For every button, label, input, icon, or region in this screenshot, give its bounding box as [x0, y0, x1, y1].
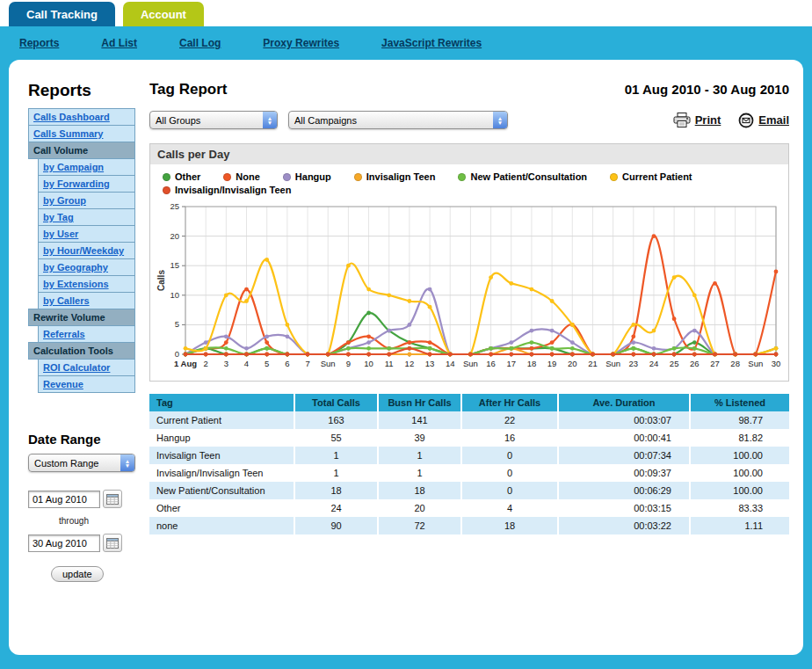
calls-per-day-panel: Calls per Day OtherNoneHangupInvisalign …: [149, 143, 789, 382]
date-range-heading: Date Range: [28, 432, 135, 447]
cell-busn-hr-calls: 18: [378, 482, 461, 499]
column-header-ave-duration: Ave. Duration: [558, 394, 690, 411]
sidebar-item-by-tag[interactable]: by Tag: [38, 208, 135, 226]
select-arrows-icon: ▲▼: [493, 112, 507, 128]
sidebar-item-by-callers[interactable]: by Callers: [38, 292, 135, 309]
nav-link-javascript-rewrites[interactable]: JavaScript Rewrites: [381, 37, 482, 49]
cell-busn-hr-calls: 141: [378, 411, 461, 429]
cell-total-calls: 55: [294, 429, 378, 447]
cell-tag: none: [149, 517, 294, 534]
sidebar-link-label: by Callers: [43, 295, 90, 306]
cell-ave-duration: 00:03:15: [558, 499, 690, 517]
table-row-new-patient-consultation: New Patient/Consultation1818000:06:29100…: [149, 482, 789, 499]
sidebar-item-by-hour-weekday[interactable]: by Hour/Weekday: [38, 242, 135, 259]
sidebar-item-calls-dashboard[interactable]: Calls Dashboard: [28, 108, 135, 126]
legend-dot: [458, 173, 466, 181]
cell-total-calls: 24: [294, 499, 378, 517]
svg-text:15: 15: [170, 260, 179, 270]
sidebar-item-calls-summary[interactable]: Calls Summary: [28, 125, 135, 142]
legend-dot: [163, 186, 170, 194]
svg-text:25: 25: [670, 359, 679, 368]
sidebar-item-by-extensions[interactable]: by Extensions: [38, 275, 135, 293]
nav-link-call-log[interactable]: Call Log: [179, 37, 221, 49]
email-action[interactable]: Email: [738, 113, 789, 128]
legend-item-new-patient-consultation: New Patient/Consultation: [458, 171, 587, 182]
legend-row: OtherNoneHangupInvisalign TeenNew Patien…: [163, 171, 783, 182]
nav-link-reports[interactable]: Reports: [19, 37, 59, 49]
legend-item-none: None: [223, 171, 260, 182]
cell-ave-duration: 00:06:29: [558, 482, 690, 499]
cell-listened: 81.82: [690, 429, 789, 447]
legend-item-hangup: Hangup: [283, 171, 331, 182]
column-header-total-calls: Total Calls: [294, 394, 378, 411]
svg-text:17: 17: [506, 359, 516, 368]
filter-row: All Groups ▲▼ All Campaigns ▲▼: [149, 111, 789, 129]
sidebar-item-call-volume: Call Volume: [28, 142, 135, 159]
cell-total-calls: 1: [294, 464, 378, 482]
calendar-from-button[interactable]: [103, 490, 122, 508]
date-to-input[interactable]: [28, 534, 100, 552]
svg-text:10: 10: [170, 290, 179, 300]
sidebar-item-by-geography[interactable]: by Geography: [38, 258, 135, 276]
table-row-current-patient: Current Patient1631412200:03:0798.77: [149, 411, 789, 429]
table-row-invisalign-teen: Invisalign Teen11000:07:34100.00: [149, 447, 789, 464]
sidebar-item-by-group[interactable]: by Group: [38, 192, 135, 209]
cell-after-hr-calls: 0: [461, 464, 558, 482]
email-label: Email: [758, 113, 789, 127]
sidebar-item-by-user[interactable]: by User: [38, 225, 135, 243]
legend-dot: [283, 173, 291, 181]
calls-per-day-plot: 05101520251 Aug234567Sun91011121314Sun16…: [156, 198, 783, 375]
cell-listened: 1.11: [690, 517, 789, 534]
cell-total-calls: 18: [294, 482, 378, 499]
legend-label: Other: [175, 171, 200, 182]
main-content: Tag Report 01 Aug 2010 - 30 Aug 2010 All…: [149, 72, 789, 655]
svg-text:3: 3: [224, 359, 228, 368]
report-actions: Print Email: [673, 113, 789, 128]
sidebar-link-label: Referrals: [43, 329, 85, 339]
svg-text:20: 20: [568, 359, 577, 368]
legend-label: Current Patient: [622, 171, 692, 182]
cell-listened: 100.00: [690, 464, 789, 482]
svg-text:24: 24: [649, 359, 659, 368]
tab-account[interactable]: Account: [123, 2, 204, 26]
date-range-preset-select[interactable]: Custom Range ▲▼: [28, 454, 135, 472]
legend-dot: [610, 173, 618, 181]
nav-link-ad-list[interactable]: Ad List: [101, 37, 137, 49]
cell-after-hr-calls: 0: [461, 447, 558, 464]
tab-call-tracking[interactable]: Call Tracking: [9, 2, 115, 26]
cell-tag: Invisalign/Invisalign Teen: [149, 464, 294, 482]
print-action[interactable]: Print: [673, 113, 721, 127]
groups-select[interactable]: All Groups ▲▼: [149, 111, 278, 129]
sidebar-link-label: by Hour/Weekday: [43, 245, 124, 256]
svg-text:12: 12: [405, 359, 415, 368]
campaigns-select[interactable]: All Campaigns ▲▼: [288, 111, 508, 129]
sidebar-item-roi-calculator[interactable]: ROI Calculator: [38, 359, 135, 376]
calendar-icon: [106, 493, 119, 505]
legend-dot: [223, 173, 231, 181]
svg-text:Sun: Sun: [605, 359, 620, 368]
sidebar-item-calculation-tools: Calculation Tools: [28, 342, 135, 360]
cell-ave-duration: 00:09:37: [558, 464, 690, 482]
printer-icon: [673, 113, 691, 127]
date-from-input[interactable]: [28, 491, 100, 508]
nav-link-proxy-rewrites[interactable]: Proxy Rewrites: [263, 37, 339, 49]
calendar-to-button[interactable]: [103, 534, 122, 552]
sidebar-item-by-forwarding[interactable]: by Forwarding: [38, 175, 135, 193]
svg-text:11: 11: [385, 359, 394, 368]
table-header-row: TagTotal CallsBusn Hr CallsAfter Hr Call…: [149, 394, 789, 411]
update-button[interactable]: update: [51, 566, 104, 582]
chart-panel-body: OtherNoneHangupInvisalign TeenNew Patien…: [150, 164, 788, 381]
campaigns-select-value: All Campaigns: [289, 115, 493, 126]
sidebar-item-revenue[interactable]: Revenue: [38, 375, 135, 393]
sidebar-item-by-campaign[interactable]: by Campaign: [38, 158, 135, 176]
cell-after-hr-calls: 4: [461, 499, 558, 517]
sidebar-item-referrals[interactable]: Referrals: [38, 325, 135, 343]
svg-text:4: 4: [244, 359, 249, 368]
reports-heading: Reports: [28, 81, 135, 100]
groups-select-value: All Groups: [150, 115, 263, 126]
svg-text:23: 23: [629, 359, 639, 368]
svg-text:7: 7: [305, 359, 309, 368]
column-header-after-hr-calls: After Hr Calls: [461, 394, 558, 411]
legend-item-other: Other: [163, 171, 200, 182]
legend-dot: [354, 173, 362, 181]
